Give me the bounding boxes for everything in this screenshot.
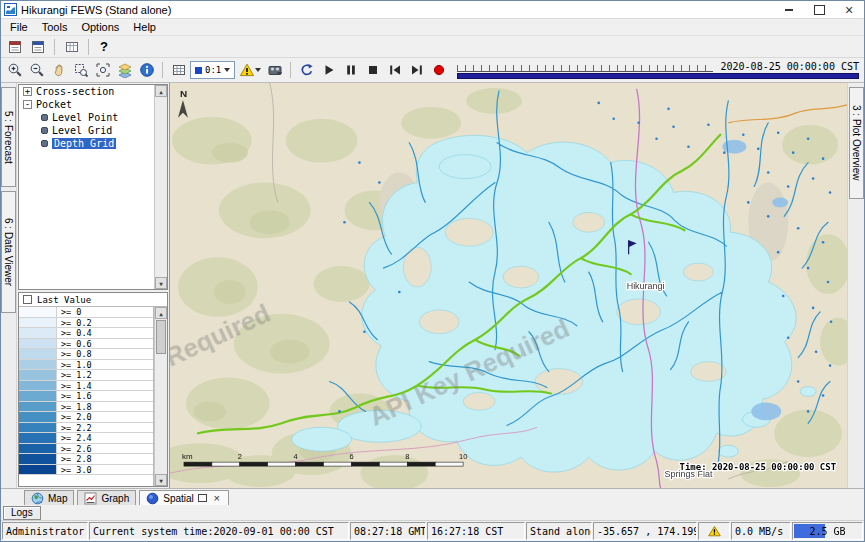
scroll-down-icon[interactable] <box>155 474 167 486</box>
svg-text:4: 4 <box>294 452 298 461</box>
map-canvas[interactable]: API Key Required API Key Required Hikura… <box>170 83 847 488</box>
database-blue-icon[interactable] <box>27 37 48 57</box>
window-title: Hikurangi FEWS (Stand alone) <box>21 4 774 16</box>
close-button[interactable] <box>834 1 864 18</box>
step-forward-button[interactable] <box>406 60 427 80</box>
timeline-bar[interactable] <box>457 73 859 79</box>
menu-options[interactable]: Options <box>74 20 126 34</box>
legend-swatch <box>19 339 57 349</box>
scroll-down-icon[interactable] <box>155 277 167 289</box>
tree-item-cross-section[interactable]: + Cross-section <box>19 85 167 98</box>
timeline-datetime: 2020-08-25 00:00:00 CST <box>713 61 859 72</box>
tree-item-level-point[interactable]: Level Point <box>19 111 167 124</box>
legend-row: >= 3.0 <box>19 465 153 476</box>
legend-row: >= 0.4 <box>19 328 153 339</box>
play-button[interactable] <box>318 60 339 80</box>
memory-value: 2.5 GB <box>809 526 845 537</box>
tab-map[interactable]: Map <box>24 490 74 505</box>
stop-button[interactable] <box>362 60 383 80</box>
scroll-thumb[interactable] <box>156 320 166 354</box>
zoom-out-icon[interactable] <box>26 60 47 80</box>
legend-panel: Last Value >= 0 >= 0.2 >= 0.4 >= 0.6 >= … <box>18 292 168 487</box>
database-red-icon[interactable] <box>4 37 25 57</box>
legend-swatch <box>19 360 57 370</box>
expand-icon[interactable]: + <box>23 87 32 96</box>
tab-data-viewer[interactable]: 6 : Data Viewer <box>1 191 16 313</box>
panel-close-button[interactable] <box>212 493 222 503</box>
legend-swatch <box>19 433 57 443</box>
minimize-button[interactable] <box>774 1 804 18</box>
layers-icon[interactable] <box>114 60 135 80</box>
help-button[interactable]: ? <box>95 37 113 57</box>
info-icon[interactable] <box>136 60 157 80</box>
status-memory: 2.5 GB <box>792 522 863 540</box>
zoom-extent-icon[interactable] <box>92 60 113 80</box>
separator <box>290 62 291 78</box>
tree-scrollbar[interactable] <box>154 85 167 289</box>
timeline-control[interactable]: 2020-08-25 00:00:00 CST <box>457 59 859 81</box>
logs-row: Logs <box>1 505 864 520</box>
zoom-in-icon[interactable] <box>4 60 25 80</box>
loop-playback-icon[interactable] <box>296 60 317 80</box>
status-warning[interactable] <box>698 522 730 540</box>
svg-text:10: 10 <box>459 452 467 461</box>
scale-unit: km <box>182 452 193 461</box>
legend-row: >= 0.6 <box>19 339 153 350</box>
scroll-up-icon[interactable] <box>155 307 167 319</box>
collapse-icon[interactable]: - <box>23 100 32 109</box>
grid-display-icon[interactable] <box>168 60 189 80</box>
tab-forecast[interactable]: 5 : Forecast <box>1 87 16 187</box>
legend-label: >= 0 <box>57 307 153 317</box>
logs-button[interactable]: Logs <box>3 506 41 520</box>
tree-item-label: Level Grid <box>52 125 112 136</box>
last-value-label: Last Value <box>37 295 91 305</box>
record-button[interactable] <box>428 60 449 80</box>
layer-node-icon <box>41 127 48 134</box>
legend-swatch <box>19 402 57 412</box>
animation-movie-icon[interactable] <box>264 60 285 80</box>
status-local-time: 16:27:18 CST <box>427 522 525 540</box>
last-value-checkbox[interactable] <box>23 295 32 304</box>
legend-swatch <box>19 370 57 380</box>
tab-label: Graph <box>101 493 129 504</box>
legend-scrollbar[interactable] <box>154 307 167 486</box>
step-back-button[interactable] <box>384 60 405 80</box>
menu-file[interactable]: File <box>3 20 35 34</box>
status-mode: Stand alone <box>526 522 592 540</box>
zoom-selection-icon[interactable] <box>70 60 91 80</box>
tab-plot-overview[interactable]: 3 : Plot Overview <box>849 87 864 199</box>
layer-node-icon <box>41 114 48 121</box>
timeline-ruler[interactable] <box>457 62 712 72</box>
legend-label: >= 0.2 <box>57 318 153 328</box>
map-panel[interactable]: API Key Required API Key Required Hikura… <box>170 83 847 488</box>
tab-graph[interactable]: Graph <box>77 490 136 505</box>
svg-text:8: 8 <box>405 452 409 461</box>
tree-item-level-grid[interactable]: Level Grid <box>19 124 167 137</box>
status-transfer-rate: 0.0 MB/s <box>731 522 791 540</box>
menu-help[interactable]: Help <box>126 20 163 34</box>
app-icon <box>4 3 17 16</box>
pause-button[interactable] <box>340 60 361 80</box>
separator <box>88 39 89 55</box>
tab-spatial[interactable]: Spatial <box>139 490 229 505</box>
legend-swatch <box>19 465 57 475</box>
table-view-icon[interactable] <box>61 37 82 57</box>
chevron-down-icon <box>224 68 230 72</box>
scroll-up-icon[interactable] <box>155 85 167 97</box>
left-tab-strip: 5 : Forecast 6 : Data Viewer <box>1 83 17 488</box>
pan-hand-icon[interactable] <box>48 60 69 80</box>
tree-item-pocket[interactable]: - Pocket <box>19 98 167 111</box>
scale-ratio-select[interactable]: 0:1 <box>190 61 235 79</box>
tree-item-depth-grid[interactable]: Depth Grid <box>19 137 167 150</box>
chevron-down-icon <box>255 68 261 72</box>
maximize-button[interactable] <box>804 1 834 18</box>
title-bar[interactable]: Hikurangi FEWS (Stand alone) <box>1 1 864 19</box>
right-tab-strip: 3 : Plot Overview <box>847 83 864 488</box>
legend-swatch <box>19 444 57 454</box>
scale-ratio-value: 0:1 <box>205 65 221 75</box>
panel-maximize-button[interactable] <box>198 493 208 503</box>
svg-text:2: 2 <box>238 452 242 461</box>
menu-tools[interactable]: Tools <box>35 20 75 34</box>
legend-label: >= 2.6 <box>57 444 153 454</box>
warnings-dropdown[interactable] <box>236 60 263 80</box>
